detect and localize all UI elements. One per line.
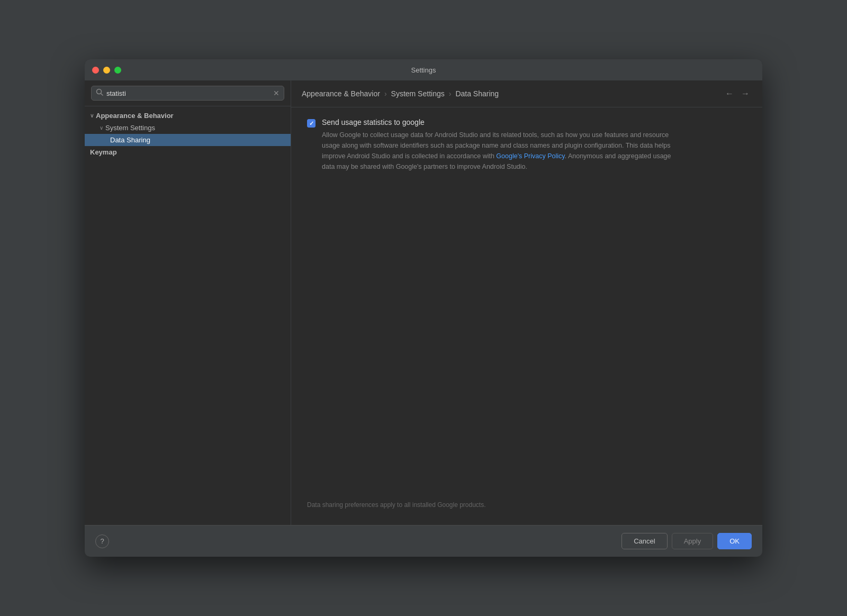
checkmark-icon: ✓ [309,121,314,126]
nav-tree: ∨ Appearance & Behavior ∨ System Setting… [85,106,291,525]
search-icon [96,88,103,98]
sidebar-item-label: System Settings [105,124,155,132]
breadcrumb-forward-button[interactable]: → [739,88,752,99]
ok-button[interactable]: OK [717,533,752,549]
sidebar-item-label: Appearance & Behavior [96,112,174,120]
setting-content: Send usage statistics to google Allow Go… [322,118,682,172]
sidebar-item-data-sharing[interactable]: Data Sharing [85,134,291,146]
window-controls [92,67,121,74]
search-input[interactable] [106,89,270,97]
sidebar-item-keymap[interactable]: Keymap [85,146,291,158]
search-container: ✕ [85,80,291,106]
apply-button[interactable]: Apply [672,533,714,549]
breadcrumb-separator-2: › [449,89,452,98]
sidebar-item-appearance-behavior[interactable]: ∨ Appearance & Behavior [85,110,291,122]
breadcrumb-item-2: System Settings [391,89,445,98]
window-title: Settings [411,66,436,74]
settings-dialog: Settings ✕ [85,59,762,557]
sidebar: ✕ ∨ Appearance & Behavior ∨ System Setti… [85,80,291,525]
close-button[interactable] [92,67,99,74]
send-statistics-checkbox[interactable]: ✓ [307,119,316,128]
sidebar-item-system-settings[interactable]: ∨ System Settings [85,122,291,134]
sidebar-item-label: Keymap [90,148,117,156]
minimize-button[interactable] [103,67,110,74]
breadcrumb-separator-1: › [384,89,387,98]
cancel-button[interactable]: Cancel [621,533,667,549]
chevron-down-icon: ∨ [90,113,94,119]
content-area: Appearance & Behavior › System Settings … [291,80,762,525]
title-bar: Settings [85,59,762,80]
data-sharing-setting-row: ✓ Send usage statistics to google Allow … [307,118,746,172]
search-box: ✕ [91,86,284,101]
main-layout: ✕ ∨ Appearance & Behavior ∨ System Setti… [85,80,762,525]
maximize-button[interactable] [114,67,121,74]
privacy-policy-link[interactable]: Google's Privacy Policy [496,152,564,160]
checkbox-element[interactable]: ✓ [307,119,316,128]
bottom-actions: Cancel Apply OK [621,533,752,549]
breadcrumb-nav: ← → [723,88,752,99]
breadcrumb-back-button[interactable]: ← [723,88,736,99]
search-clear-button[interactable]: ✕ [273,89,280,97]
setting-label: Send usage statistics to google [322,118,682,126]
footer-note: Data sharing preferences apply to all in… [307,501,486,509]
bottom-bar: ? Cancel Apply OK [85,525,762,557]
content-body: ✓ Send usage statistics to google Allow … [291,107,762,525]
content-footer: Data sharing preferences apply to all in… [307,489,746,514]
sidebar-item-label: Data Sharing [110,136,150,144]
breadcrumb-item-3: Data Sharing [455,89,499,98]
setting-description: Allow Google to collect usage data for A… [322,130,682,172]
svg-line-1 [101,94,103,96]
breadcrumb-item-1: Appearance & Behavior [302,89,380,98]
chevron-down-icon: ∨ [100,125,103,131]
breadcrumb: Appearance & Behavior › System Settings … [291,80,762,107]
help-button[interactable]: ? [95,535,109,548]
